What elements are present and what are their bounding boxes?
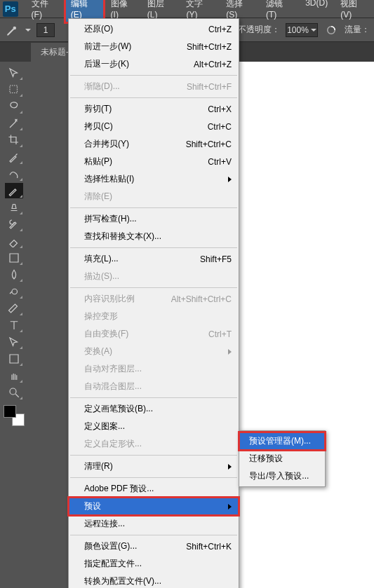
move-tool[interactable] [5, 65, 23, 81]
dodge-tool[interactable] [5, 284, 23, 299]
menu-item-label: 转换为配置文件(V)... [84, 575, 232, 587]
menu-item-label: 变换(A) [84, 346, 228, 357]
submenu-item-label: 导出/导入预设... [249, 470, 318, 482]
canvas-area[interactable] [235, 62, 374, 588]
menu-文件(F)[interactable]: 文件(F) [26, 0, 64, 22]
menu-item-查找和替换文本(X)...[interactable]: 查找和替换文本(X)... [69, 228, 239, 245]
hand-tool[interactable] [5, 368, 23, 383]
pen-tool[interactable] [5, 301, 23, 316]
menu-item-选择性粘贴(I)[interactable]: 选择性粘贴(I) [69, 170, 239, 188]
opacity-label: 不透明度： [238, 24, 280, 36]
eyedropper-tool[interactable] [5, 149, 23, 165]
menu-3D(D)[interactable]: 3D(D) [300, 0, 333, 22]
submenu-arrow-icon [228, 464, 232, 470]
menu-item-label: 自动对齐图层... [84, 363, 232, 375]
crop-tool[interactable] [5, 132, 23, 148]
submenu-arrow-icon [228, 177, 232, 182]
pressure-opacity-icon[interactable] [323, 22, 339, 38]
menu-item-清除(E): 清除(E) [69, 188, 239, 205]
menu-item-颜色设置(G)...[interactable]: 颜色设置(G)...Shift+Ctrl+K [69, 538, 239, 555]
brush-size-field[interactable]: 1 [36, 23, 55, 37]
menu-item-内容识别比例: 内容识别比例Alt+Shift+Ctrl+C [69, 290, 239, 308]
ps-logo: Ps [3, 1, 18, 17]
tool-panel [0, 62, 28, 426]
preset-submenu: 预设管理器(M)...迁移预设导出/导入预设... [239, 430, 326, 487]
menu-item-拷贝(C)[interactable]: 拷贝(C)Ctrl+C [69, 118, 239, 135]
menu-item-还原(O)[interactable]: 还原(O)Ctrl+Z [69, 20, 239, 38]
shortcut-label: Shift+Ctrl+F [187, 82, 232, 92]
brush-icon [4, 22, 20, 38]
menu-item-清理(R)[interactable]: 清理(R) [69, 458, 239, 475]
submenu-item-导出/导入预设...[interactable]: 导出/导入预设... [239, 467, 325, 485]
menu-item-填充(L)...[interactable]: 填充(L)...Shift+F5 [69, 250, 239, 268]
shortcut-label: Ctrl+V [208, 157, 232, 167]
shortcut-label: Ctrl+T [208, 329, 232, 339]
menu-item-label: 描边(S)... [84, 271, 232, 282]
lasso-tool[interactable] [5, 99, 23, 114]
menu-item-label: 选择性粘贴(I) [84, 173, 228, 185]
menu-item-label: 拷贝(C) [84, 121, 196, 132]
shortcut-label: Ctrl+Z [208, 25, 232, 34]
menu-item-后退一步(K)[interactable]: 后退一步(K)Alt+Ctrl+Z [69, 55, 239, 73]
menu-item-自由变换(F): 自由变换(F)Ctrl+T [69, 325, 239, 343]
submenu-item-迁移预设[interactable]: 迁移预设 [239, 450, 325, 467]
separator [70, 97, 237, 98]
marquee-tool[interactable] [5, 82, 23, 97]
menu-item-操控变形: 操控变形 [69, 308, 239, 325]
menu-item-label: 预设 [84, 500, 228, 512]
shape-tool[interactable] [5, 351, 23, 367]
menu-item-变换(A): 变换(A) [69, 343, 239, 360]
menu-item-label: 清除(E) [84, 191, 232, 203]
menu-item-指定配置文件...[interactable]: 指定配置文件... [69, 555, 239, 573]
blur-tool[interactable] [5, 267, 23, 282]
menu-item-剪切(T)[interactable]: 剪切(T)Ctrl+X [69, 100, 239, 118]
chevron-down-icon[interactable] [25, 29, 31, 32]
submenu-arrow-icon [228, 349, 232, 355]
menu-视图(V)[interactable]: 视图(V) [335, 0, 373, 22]
menu-item-远程连接...[interactable]: 远程连接... [69, 515, 239, 533]
heal-tool[interactable] [5, 166, 23, 182]
opacity-field[interactable]: 100% [286, 23, 318, 37]
separator [70, 455, 237, 456]
menu-item-Adobe PDF 预设...[interactable]: Adobe PDF 预设... [69, 480, 239, 498]
menu-item-描边(S)...: 描边(S)... [69, 268, 239, 285]
fg-swatch[interactable] [4, 405, 16, 418]
menu-item-拼写检查(H)...[interactable]: 拼写检查(H)... [69, 210, 239, 228]
menu-item-前进一步(W)[interactable]: 前进一步(W)Shift+Ctrl+Z [69, 38, 239, 55]
eraser-tool[interactable] [5, 233, 23, 249]
separator [70, 287, 237, 288]
shortcut-label: Alt+Shift+Ctrl+C [171, 294, 232, 304]
menu-滤镜(T)[interactable]: 滤镜(T) [260, 0, 298, 22]
menu-item-转换为配置文件(V)...[interactable]: 转换为配置文件(V)... [69, 573, 239, 588]
menu-item-label: 还原(O) [84, 23, 197, 35]
menu-item-label: 渐隐(D)... [84, 81, 175, 93]
shortcut-label: Alt+Ctrl+Z [194, 60, 232, 69]
type-tool[interactable] [5, 317, 23, 333]
menu-item-label: Adobe PDF 预设... [84, 483, 232, 495]
separator [70, 247, 237, 248]
menu-item-label: 远程连接... [84, 518, 232, 530]
shortcut-label: Shift+Ctrl+C [186, 139, 232, 149]
history-brush-tool[interactable] [5, 217, 23, 232]
brush-tool[interactable] [5, 183, 23, 198]
wand-tool[interactable] [5, 116, 23, 131]
gradient-tool[interactable] [5, 250, 23, 266]
color-swatches[interactable] [4, 405, 25, 426]
menu-item-定义画笔预设(B)...[interactable]: 定义画笔预设(B)... [69, 400, 239, 418]
submenu-arrow-icon [228, 504, 232, 510]
separator [70, 75, 237, 76]
stamp-tool[interactable] [5, 200, 23, 215]
menu-item-预设[interactable]: 预设 [69, 498, 239, 515]
menu-item-label: 定义画笔预设(B)... [84, 403, 232, 415]
menu-item-定义图案...[interactable]: 定义图案... [69, 418, 239, 435]
path-select-tool[interactable] [5, 334, 23, 350]
separator [70, 207, 237, 208]
submenu-item-预设管理器(M)...[interactable]: 预设管理器(M)... [239, 432, 325, 450]
menu-item-label: 自由变换(F) [84, 328, 197, 340]
menu-item-label: 填充(L)... [84, 253, 189, 265]
menu-item-粘贴(P)[interactable]: 粘贴(P)Ctrl+V [69, 153, 239, 170]
menu-item-合并拷贝(Y)[interactable]: 合并拷贝(Y)Shift+Ctrl+C [69, 135, 239, 153]
menu-item-label: 内容识别比例 [84, 293, 160, 305]
menu-item-label: 合并拷贝(Y) [84, 138, 175, 150]
zoom-tool[interactable] [5, 385, 23, 400]
